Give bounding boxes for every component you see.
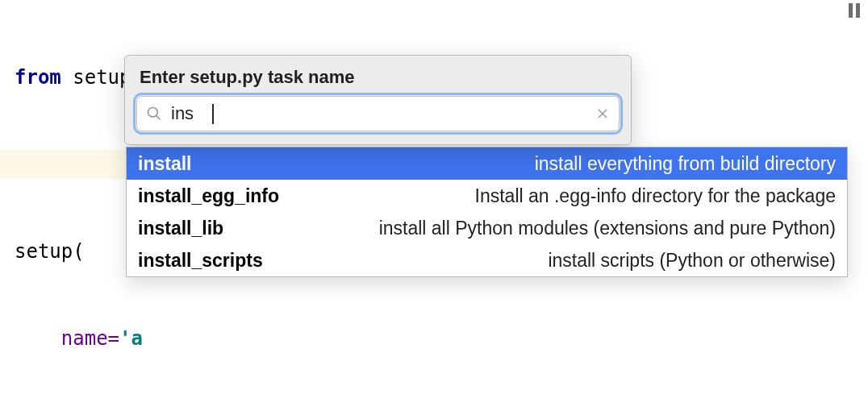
- suggestion-desc: install everything from build directory: [207, 153, 836, 175]
- suggestion-item[interactable]: install install everything from build di…: [127, 147, 847, 180]
- code-line[interactable]: name='a: [15, 324, 515, 353]
- search-field-wrap: [136, 96, 620, 131]
- task-popup: Enter setup.py task name: [124, 55, 632, 145]
- svg-line-1: [156, 116, 161, 120]
- suggestion-desc: Install an .egg-info directory for the p…: [295, 185, 836, 207]
- suggestion-item[interactable]: install_scripts install scripts (Python …: [127, 244, 847, 276]
- kwarg-name: name=: [61, 327, 119, 350]
- suggestion-name: install_egg_info: [138, 185, 279, 207]
- keyword-from: from: [15, 66, 61, 89]
- suggestion-item[interactable]: install_egg_info Install an .egg-info di…: [127, 180, 847, 212]
- suggestion-item[interactable]: install_lib install all Python modules (…: [127, 212, 847, 244]
- text-caret: [212, 104, 214, 124]
- search-input[interactable]: [136, 96, 620, 131]
- popup-title: Enter setup.py task name: [125, 56, 631, 96]
- function-call: setup(: [15, 240, 85, 263]
- svg-point-0: [148, 108, 158, 118]
- suggestion-name: install: [138, 153, 191, 175]
- suggestion-name: install_scripts: [138, 250, 263, 272]
- pause-icon[interactable]: [849, 3, 862, 18]
- suggestion-desc: install all Python modules (extensions a…: [240, 218, 836, 239]
- string-literal: 'a: [119, 327, 143, 350]
- search-icon: [146, 106, 162, 122]
- suggestion-list: install install everything from build di…: [126, 147, 848, 277]
- close-icon[interactable]: [595, 106, 610, 121]
- suggestion-desc: install scripts (Python or otherwise): [279, 250, 836, 272]
- suggestion-name: install_lib: [138, 218, 223, 239]
